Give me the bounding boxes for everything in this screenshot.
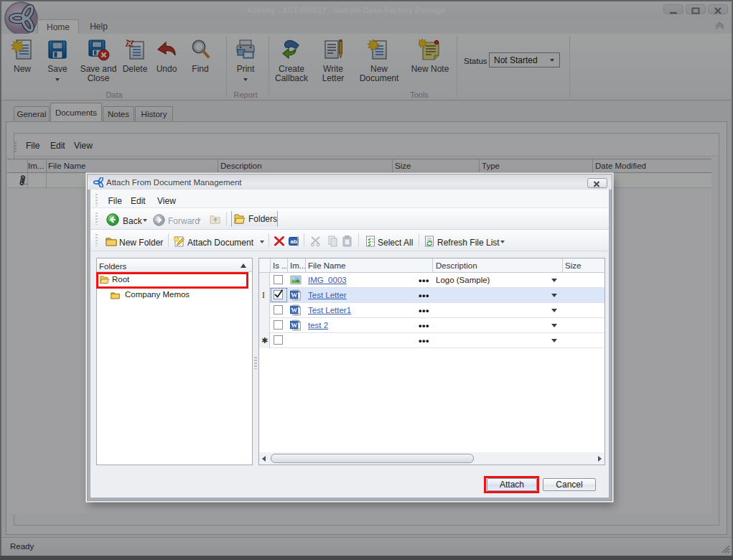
svg-text:ab: ab: [291, 238, 297, 245]
